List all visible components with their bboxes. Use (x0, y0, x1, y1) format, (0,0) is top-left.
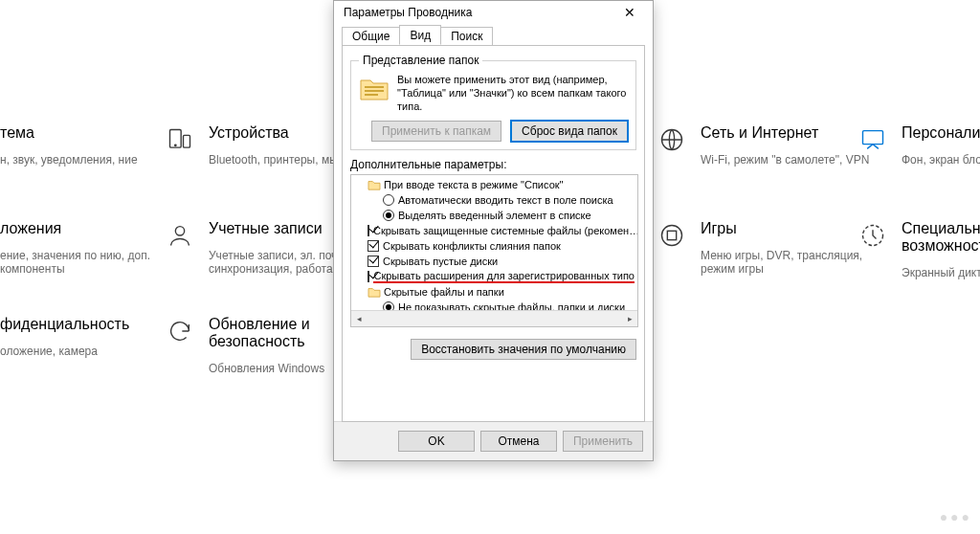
update-icon (167, 318, 193, 345)
advanced-settings-tree[interactable]: При вводе текста в режиме "Список" Автом… (350, 174, 638, 327)
checkbox-input[interactable] (368, 271, 369, 282)
tree-label: Скрытые файлы и папки (384, 286, 504, 298)
svg-rect-10 (365, 90, 384, 92)
folder-options-dialog: Параметры Проводника ✕ Общие Вид Поиск П… (333, 0, 654, 461)
svg-rect-7 (667, 231, 676, 239)
tree-label: Скрывать расширения для зарегистрированн… (373, 270, 635, 283)
tree-check-hide-extensions[interactable]: Скрывать расширения для зарегистрированн… (354, 269, 635, 284)
scroll-right-arrow-icon[interactable]: ▸ (622, 311, 637, 326)
user-icon (167, 222, 193, 249)
tree-label: Выделять введенный элемент в списке (398, 210, 591, 221)
advanced-settings-label: Дополнительные параметры: (350, 158, 636, 171)
folder-views-legend: Представление папок (359, 54, 482, 67)
folder-icon (359, 73, 390, 103)
svg-rect-9 (365, 86, 384, 88)
tree-check-hide-protected[interactable]: Скрывать защищенные системные файлы (рек… (354, 223, 635, 238)
paint-icon (859, 126, 886, 153)
reset-folders-button[interactable]: Сброс вида папок (511, 121, 628, 142)
tree-radio-auto-type[interactable]: Автоматически вводить текст в поле поиск… (354, 192, 635, 208)
dialog-title: Параметры Проводника (344, 6, 611, 19)
folder-views-text: Вы можете применить этот вид (например, … (397, 73, 628, 113)
tree-check-hide-merge-conflicts[interactable]: Скрывать конфликты слияния папок (354, 238, 635, 254)
svg-point-5 (175, 227, 184, 235)
tree-label: Скрывать конфликты слияния папок (383, 240, 561, 252)
svg-point-2 (175, 145, 176, 145)
apply-button[interactable]: Применить (563, 431, 643, 452)
globe-icon (658, 126, 685, 153)
checkbox-input[interactable] (368, 225, 369, 236)
tile-subtitle: ение, значения по нию, доп. компоненты (0, 249, 191, 276)
svg-rect-11 (365, 94, 378, 96)
folder-mini-icon (368, 179, 381, 190)
tree-label: При вводе текста в режиме "Список" (384, 179, 563, 190)
tree-group-hidden: Скрытые файлы и папки (354, 284, 635, 300)
dialog-footer: OK Отмена Применить (334, 421, 653, 460)
ease-icon (859, 222, 886, 249)
ok-button[interactable]: OK (398, 431, 475, 452)
devices-icon (167, 126, 193, 153)
tile-ease-of-access[interactable]: Специальные возможности Экранный дикто (902, 220, 980, 291)
checkbox-input[interactable] (368, 256, 379, 267)
tile-subtitle: Фон, экран блоки (902, 153, 980, 167)
tab-view-panel: Представление папок Вы можете применить … (342, 45, 645, 422)
tile-subtitle: Wi-Fi, режим "в самолете", VPN (701, 153, 892, 167)
restore-defaults-button[interactable]: Восстановить значения по умолчанию (411, 339, 636, 360)
tab-search[interactable]: Поиск (440, 27, 493, 45)
tile-title: ложения (0, 220, 191, 237)
tree-label: Скрывать защищенные системные файлы (рек… (373, 225, 638, 236)
tile-subtitle: Меню игры, DVR, трансляция, режим игры (701, 249, 892, 276)
tree-label: Автоматически вводить текст в поле поиск… (398, 194, 613, 206)
scroll-left-arrow-icon[interactable]: ◂ (351, 311, 367, 326)
radio-input[interactable] (383, 210, 394, 221)
folder-mini-icon (368, 286, 381, 298)
tile-subtitle: н, звук, уведомления, ние (0, 153, 191, 167)
tile-apps[interactable]: ложения ение, значения по нию, доп. комп… (0, 220, 191, 287)
svg-rect-4 (863, 131, 883, 145)
tab-general[interactable]: Общие (342, 27, 400, 45)
tile-subtitle: Экранный дикто (902, 266, 980, 279)
svg-rect-1 (184, 135, 190, 147)
tile-title: Персонализа (902, 124, 980, 142)
checkbox-input[interactable] (368, 240, 379, 252)
dialog-tabs: Общие Вид Поиск (342, 24, 645, 45)
tile-privacy[interactable]: фиденциальность оложение, камера (0, 316, 191, 369)
tile-personalization[interactable]: Персонализа Фон, экран блоки (902, 124, 980, 178)
tab-view[interactable]: Вид (399, 25, 441, 45)
tree-group-typing: При вводе текста в режиме "Список" (354, 177, 635, 192)
gaming-icon (658, 222, 685, 249)
svg-point-6 (662, 226, 682, 246)
tile-system[interactable]: тема н, звук, уведомления, ние (0, 124, 191, 178)
cancel-button[interactable]: Отмена (480, 431, 557, 452)
tile-subtitle: оложение, камера (0, 345, 191, 358)
dialog-titlebar[interactable]: Параметры Проводника ✕ (334, 1, 653, 24)
watermark-dots: ●●● (940, 509, 972, 524)
tree-radio-select-typed[interactable]: Выделять введенный элемент в списке (354, 208, 635, 223)
tree-h-scrollbar[interactable]: ◂ ▸ (351, 310, 637, 326)
close-button[interactable]: ✕ (611, 1, 649, 24)
radio-input[interactable] (383, 194, 394, 206)
tile-title: Специальные возможности (902, 220, 980, 255)
scroll-track[interactable] (367, 311, 622, 326)
tree-check-hide-empty-drives[interactable]: Скрывать пустые диски (354, 254, 635, 269)
tile-title: тема (0, 124, 191, 142)
tile-title: фиденциальность (0, 316, 191, 333)
folder-views-group: Представление папок Вы можете применить … (350, 54, 636, 150)
tree-label: Скрывать пустые диски (383, 256, 498, 267)
apply-to-folders-button[interactable]: Применить к папкам (371, 121, 501, 142)
